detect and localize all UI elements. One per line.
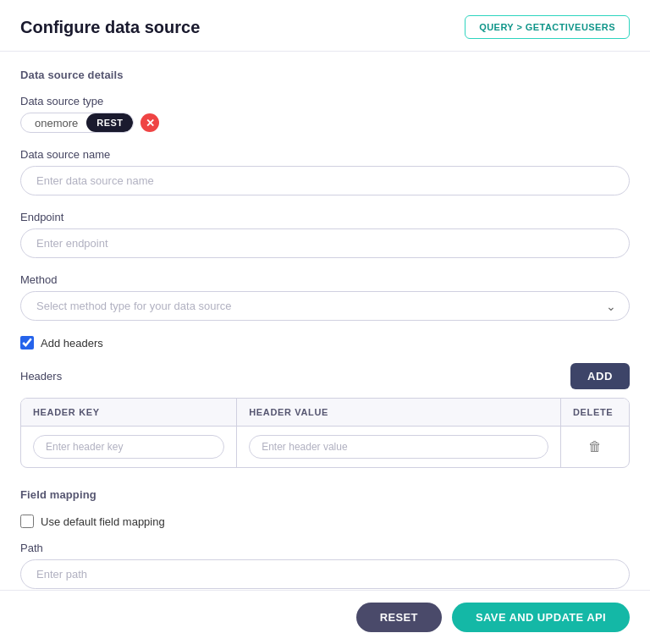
header-delete-cell: 🗑 <box>561 427 629 467</box>
column-header-key: HEADER KEY <box>21 399 237 426</box>
headers-section-header: Headers ADD <box>20 363 630 389</box>
query-button[interactable]: QUERY > GETACTIVEUSERS <box>465 15 630 39</box>
page-header: Configure data source QUERY > GETACTIVEU… <box>0 0 650 52</box>
datasource-type-label: Data source type <box>20 95 630 107</box>
reset-button[interactable]: RESET <box>356 603 442 632</box>
trash-icon: 🗑 <box>588 439 602 454</box>
method-select-wrapper: Select method type for your data source … <box>20 291 630 321</box>
datasource-name-label: Data source name <box>20 148 630 161</box>
field-mapping-title: Field mapping <box>20 488 630 501</box>
method-select[interactable]: Select method type for your data source … <box>20 291 630 321</box>
delete-header-button[interactable]: 🗑 <box>573 439 617 454</box>
default-mapping-label[interactable]: Use default field mapping <box>41 515 165 528</box>
save-button[interactable]: SAVE AND UPDATE API <box>452 603 630 632</box>
add-headers-label[interactable]: Add headers <box>41 337 103 350</box>
add-headers-checkbox[interactable] <box>20 336 34 350</box>
method-label: Method <box>20 273 630 286</box>
datasource-type-group: Data source type onemore REST ✕ <box>20 95 630 133</box>
close-icon: ✕ <box>146 117 155 129</box>
footer: RESET SAVE AND UPDATE API <box>0 590 650 644</box>
endpoint-input[interactable] <box>20 228 630 258</box>
default-mapping-row: Use default field mapping <box>20 515 630 528</box>
table-header-row: HEADER KEY HEADER VALUE DELETE <box>21 399 629 427</box>
endpoint-group: Endpoint <box>20 211 630 258</box>
datasource-section-title: Data source details <box>20 69 630 81</box>
header-value-input[interactable] <box>249 435 548 459</box>
page-title: Configure data source <box>20 18 200 37</box>
page-container: Configure data source QUERY > GETACTIVEU… <box>0 0 650 644</box>
datasource-type-pill: onemore REST <box>20 113 134 133</box>
headers-label: Headers <box>20 370 62 383</box>
main-content: Data source details Data source type one… <box>0 52 650 644</box>
add-headers-row: Add headers <box>20 336 630 350</box>
rest-badge: REST <box>86 113 133 132</box>
datasource-name-input[interactable] <box>20 166 630 195</box>
column-header-value: HEADER VALUE <box>237 399 561 426</box>
header-key-cell <box>21 427 237 467</box>
path-label: Path <box>20 542 630 554</box>
method-group: Method Select method type for your data … <box>20 273 630 321</box>
path-group: Path <box>20 542 630 589</box>
column-header-delete: DELETE <box>561 399 629 426</box>
default-mapping-checkbox[interactable] <box>20 515 34 528</box>
header-key-input[interactable] <box>33 435 224 459</box>
header-value-cell <box>237 427 561 467</box>
headers-table: HEADER KEY HEADER VALUE DELETE 🗑 <box>20 398 630 468</box>
add-header-button[interactable]: ADD <box>570 363 630 389</box>
endpoint-label: Endpoint <box>20 211 630 223</box>
datasource-type-name: onemore <box>35 117 86 129</box>
datasource-name-group: Data source name <box>20 148 630 195</box>
field-mapping-section: Field mapping Use default field mapping … <box>20 488 630 589</box>
datasource-type-row: onemore REST ✕ <box>20 113 630 133</box>
remove-datasource-button[interactable]: ✕ <box>140 113 159 132</box>
table-row: 🗑 <box>21 427 629 467</box>
path-input[interactable] <box>20 559 630 589</box>
